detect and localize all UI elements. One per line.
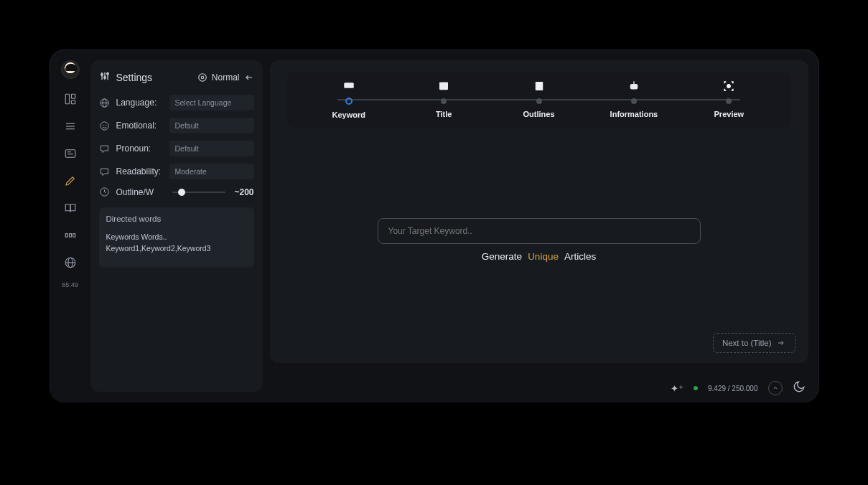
book-icon[interactable]: [63, 201, 78, 215]
news-icon[interactable]: [63, 146, 78, 161]
svg-rect-6: [65, 150, 75, 158]
window-icon: [437, 80, 450, 93]
directed-line2: Keyword1,Keyword2,Keyword3: [106, 243, 247, 255]
grid-icon[interactable]: [63, 228, 78, 242]
directed-words-box[interactable]: Directed words Keywords Words.. Keyword1…: [99, 207, 254, 268]
robot-icon: [627, 80, 640, 93]
svg-rect-2: [71, 100, 75, 104]
pronoun-label: Pronoun:: [116, 143, 164, 154]
svg-rect-10: [69, 234, 71, 237]
usage-counter: 9.429 / 250.000: [708, 385, 758, 392]
step-label: Preview: [714, 110, 745, 118]
settings-panel: Settings Normal Language: Select Languag…: [90, 60, 263, 392]
main-area: Keyword Title Outlines Informations: [263, 50, 818, 402]
outline-value: ~200: [234, 187, 253, 197]
app-window: 65:49 Settings Normal Language: Select L…: [50, 50, 818, 402]
step-label: Informations: [610, 110, 658, 118]
svg-rect-37: [439, 83, 448, 85]
tagline: Generate Unique Articles: [482, 251, 596, 262]
language-label: Language:: [116, 98, 164, 108]
svg-point-21: [199, 74, 207, 82]
step-preview[interactable]: Preview: [681, 80, 776, 118]
status-dot: [694, 386, 698, 390]
eye-scan-icon: [722, 80, 735, 93]
emotional-label: Emotional:: [116, 121, 164, 131]
svg-point-43: [632, 86, 633, 88]
step-outlines[interactable]: Outlines: [491, 80, 586, 118]
next-button[interactable]: Next to (Title): [713, 333, 795, 353]
chat-icon: [99, 143, 111, 154]
settings-icon: [99, 70, 111, 85]
svg-point-28: [103, 124, 103, 125]
svg-rect-31: [344, 83, 354, 88]
keyboard-icon: [342, 79, 355, 92]
step-label: Outlines: [523, 110, 555, 118]
scroll-up-icon[interactable]: [768, 381, 783, 395]
tag-articles: Articles: [564, 251, 596, 262]
svg-point-47: [727, 85, 731, 88]
step-label: Keyword: [332, 110, 365, 119]
emotional-select[interactable]: Default: [169, 118, 254, 133]
list-icon[interactable]: [63, 119, 78, 133]
svg-point-29: [106, 124, 106, 125]
document-icon: [533, 80, 546, 93]
mode-label: Normal: [212, 72, 240, 83]
svg-rect-1: [71, 94, 75, 98]
pronoun-select[interactable]: Default: [169, 141, 254, 156]
step-label: Title: [436, 110, 452, 118]
keyword-area: Generate Unique Articles: [287, 128, 791, 352]
readability-icon: [99, 166, 111, 177]
avatar[interactable]: [61, 60, 80, 79]
moon-icon[interactable]: [793, 380, 806, 396]
dashboard-icon[interactable]: [63, 92, 78, 106]
svg-point-46: [633, 81, 635, 83]
step-keyword[interactable]: Keyword: [302, 79, 396, 119]
time-label: 65:49: [62, 281, 78, 288]
globe-icon[interactable]: [63, 255, 78, 270]
clock-icon: [99, 187, 111, 197]
directed-title: Directed words: [106, 215, 247, 223]
outline-slider[interactable]: [172, 192, 226, 193]
stage: Keyword Title Outlines Informations: [270, 60, 808, 363]
step-title[interactable]: Title: [396, 80, 491, 118]
sidebar-nav: 65:49: [50, 50, 90, 402]
mode-toggle[interactable]: Normal: [197, 72, 254, 83]
svg-rect-33: [347, 85, 349, 85]
svg-rect-34: [350, 85, 351, 85]
pen-icon[interactable]: [63, 174, 78, 188]
tag-unique: Unique: [528, 251, 559, 262]
svg-rect-32: [345, 85, 347, 85]
tag-generate: Generate: [482, 251, 522, 262]
svg-point-22: [201, 76, 204, 79]
stepper: Keyword Title Outlines Informations: [287, 72, 791, 128]
next-label: Next to (Title): [722, 339, 772, 347]
smile-icon: [99, 121, 111, 131]
svg-rect-0: [65, 94, 69, 104]
readability-label: Readability:: [116, 166, 164, 176]
keyword-input[interactable]: [378, 218, 701, 244]
globe-icon: [99, 98, 111, 108]
outline-label: Outline/W: [116, 187, 164, 197]
svg-point-44: [635, 86, 636, 88]
slider-thumb[interactable]: [178, 189, 185, 196]
step-informations[interactable]: Informations: [587, 80, 681, 118]
svg-rect-11: [73, 234, 75, 237]
bottom-bar: ✦⁺ 9.429 / 250.000: [671, 380, 806, 396]
svg-rect-42: [630, 84, 638, 90]
sparkles-icon[interactable]: ✦⁺: [671, 383, 683, 394]
svg-rect-9: [65, 234, 67, 237]
settings-title: Settings: [116, 72, 153, 83]
svg-rect-35: [346, 86, 352, 87]
language-select[interactable]: Select Language: [169, 95, 254, 110]
directed-line1: Keywords Words..: [106, 232, 247, 243]
readability-select[interactable]: Moderate: [169, 164, 254, 179]
svg-point-27: [101, 121, 108, 129]
